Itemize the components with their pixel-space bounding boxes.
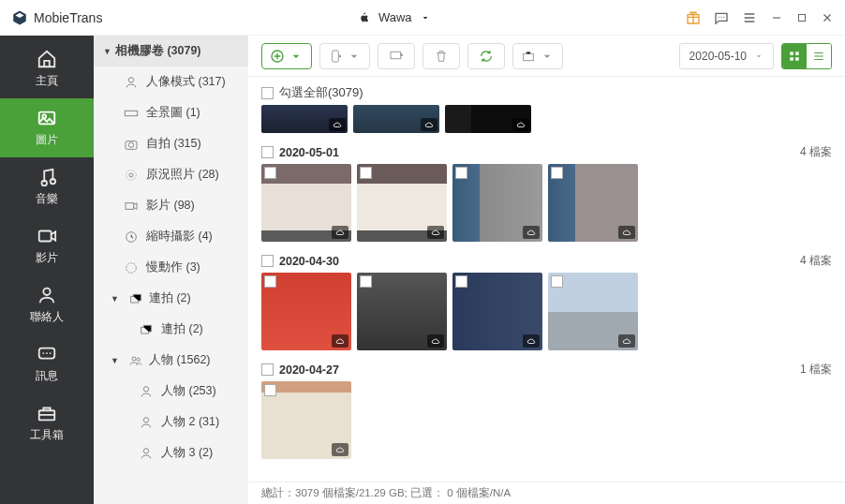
date-header[interactable]: 2020-04-304 檔案 (261, 249, 832, 273)
sidebar-people-2[interactable]: 人物 2 (31) (94, 407, 248, 437)
photo-checkbox[interactable] (551, 167, 563, 179)
sidebar-panorama[interactable]: 全景圖 (1) (94, 97, 248, 128)
triangle-down-icon: ▼ (111, 356, 119, 365)
close-button[interactable] (821, 11, 834, 24)
date-section: 2020-04-304 檔案 (261, 249, 832, 350)
app-logo: MobieTrans (11, 9, 102, 26)
sidebar-people-group[interactable]: ▼ 人物 (1562) (94, 345, 248, 376)
nav-toolbox[interactable]: 工具箱 (0, 393, 94, 452)
sidebar-video[interactable]: 影片 (98) (94, 190, 248, 221)
category-sidebar: ▼ 相機膠卷 (3079) 人像模式 (317) 全景圖 (1) 自拍 (315… (94, 36, 248, 504)
date-section: 2020-05-014 檔案 (261, 141, 832, 242)
section-count: 1 檔案 (800, 362, 832, 378)
nav-home[interactable]: 主頁 (0, 39, 94, 98)
album-button[interactable] (512, 43, 563, 69)
device-selector[interactable]: Wawa (102, 10, 686, 24)
person-icon (139, 384, 154, 399)
photo-thumbnail[interactable] (261, 381, 351, 459)
photo-checkbox[interactable] (360, 167, 372, 179)
sidebar-burst-item[interactable]: 連拍 (2) (94, 314, 248, 345)
photo-thumbnail[interactable] (261, 273, 351, 350)
camera-icon (124, 137, 139, 152)
photo-checkbox[interactable] (264, 384, 276, 396)
menu-icon[interactable] (742, 10, 757, 25)
delete-button[interactable] (422, 43, 460, 69)
sidebar-selfie[interactable]: 自拍 (315) (94, 128, 248, 159)
sidebar-original[interactable]: 原況照片 (28) (94, 159, 248, 190)
plus-icon (270, 49, 285, 64)
nav-photos[interactable]: 圖片 (0, 98, 94, 157)
grid-icon (788, 50, 801, 63)
photo-checkbox[interactable] (455, 167, 467, 179)
contacts-icon (37, 285, 57, 305)
add-button[interactable] (261, 43, 312, 69)
triangle-down-icon: ▼ (103, 47, 111, 56)
sidebar-people-1[interactable]: 人物 (253) (94, 376, 248, 407)
maximize-button[interactable] (796, 12, 808, 23)
svg-point-16 (128, 142, 133, 147)
photo-thumbnail[interactable] (357, 164, 447, 242)
cloud-icon (427, 334, 444, 348)
cloud-icon (523, 334, 540, 348)
refresh-icon (479, 49, 494, 64)
svg-rect-19 (126, 202, 134, 209)
messages-icon (37, 344, 57, 364)
apple-icon (358, 11, 371, 24)
cloud-icon (332, 443, 348, 456)
photo-thumbnail[interactable] (353, 105, 439, 133)
sidebar-burst-group[interactable]: ▼ 連拍 (2) (94, 283, 248, 314)
chevron-down-icon (420, 12, 431, 23)
photo-checkbox[interactable] (264, 167, 276, 179)
photo-checkbox[interactable] (360, 275, 372, 288)
export-device-button[interactable] (319, 43, 370, 69)
section-checkbox[interactable] (261, 255, 274, 267)
section-checkbox[interactable] (261, 146, 274, 158)
date-header[interactable]: 2020-04-271 檔案 (261, 358, 832, 381)
sidebar-people-3[interactable]: 人物 3 (2) (94, 437, 248, 468)
burst-icon (139, 322, 154, 337)
sidebar-slomo[interactable]: 慢動作 (3) (94, 252, 248, 283)
photo-thumbnail[interactable] (452, 164, 542, 242)
svg-point-2 (723, 16, 724, 17)
sidebar-timelapse[interactable]: 縮時攝影 (4) (94, 221, 248, 252)
photo-thumbnail[interactable] (548, 164, 638, 242)
date-header[interactable]: 2020-05-014 檔案 (261, 141, 832, 164)
cloud-icon (329, 118, 346, 131)
svg-point-13 (128, 77, 133, 82)
minimize-button[interactable] (770, 11, 783, 24)
toolbox-icon (37, 403, 57, 423)
trash-icon (434, 49, 449, 64)
photo-thumbnail[interactable] (261, 164, 351, 242)
photo-checkbox[interactable] (264, 275, 276, 288)
section-checkbox[interactable] (261, 363, 274, 376)
list-view-button[interactable] (807, 44, 831, 68)
photo-thumbnail[interactable] (548, 273, 638, 350)
svg-rect-34 (795, 52, 799, 55)
photo-thumbnail[interactable] (357, 273, 447, 350)
svg-point-9 (42, 352, 44, 354)
date-filter[interactable]: 2020-05-10 (679, 43, 774, 69)
photo-thumbnail[interactable] (445, 105, 531, 133)
select-all-checkbox[interactable] (261, 87, 274, 99)
export-pc-button[interactable] (378, 43, 415, 69)
refresh-button[interactable] (467, 43, 505, 69)
nav-music[interactable]: 音樂 (0, 157, 94, 216)
chevron-down-icon (754, 52, 763, 61)
gift-icon[interactable] (686, 10, 701, 25)
sidebar-portrait[interactable]: 人像模式 (317) (94, 67, 248, 97)
photo-thumbnail[interactable] (261, 105, 348, 133)
grid-view-button[interactable] (782, 44, 807, 68)
sidebar-camera-roll[interactable]: ▼ 相機膠卷 (3079) (94, 36, 248, 67)
svg-point-27 (143, 417, 148, 422)
nav-contacts[interactable]: 聯絡人 (0, 275, 94, 334)
nav-videos[interactable]: 影片 (0, 216, 94, 275)
select-all-row[interactable]: 勾選全部(3079) (261, 84, 832, 101)
photo-checkbox[interactable] (455, 275, 467, 288)
phone-export-icon (328, 49, 343, 64)
photo-checkbox[interactable] (551, 275, 563, 288)
feedback-icon[interactable] (714, 10, 729, 25)
photo-thumbnail[interactable] (452, 273, 542, 350)
chevron-down-icon (347, 49, 362, 64)
nav-messages[interactable]: 訊息 (0, 334, 94, 393)
section-date: 2020-04-30 (279, 255, 339, 268)
